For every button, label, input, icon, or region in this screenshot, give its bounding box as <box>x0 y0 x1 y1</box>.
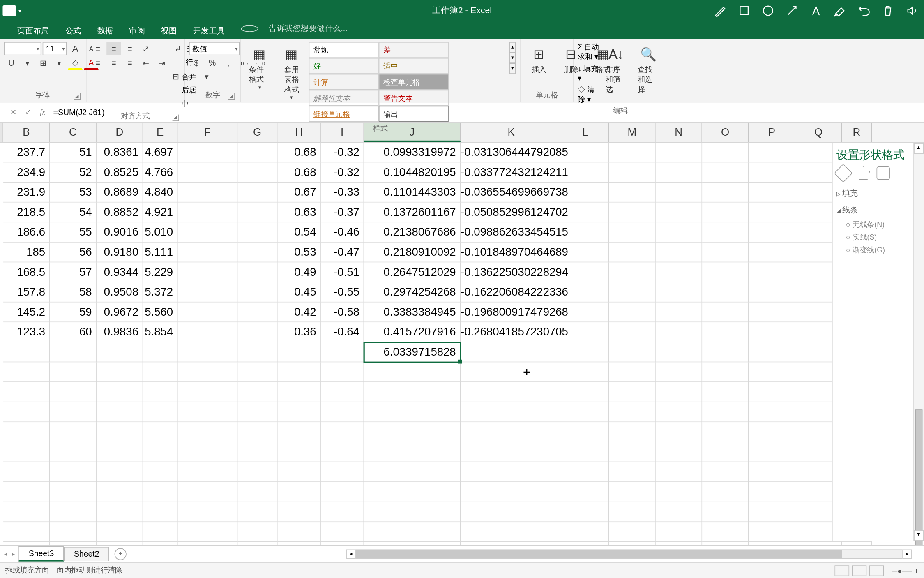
sheet-nav-last-icon[interactable]: ▸ <box>12 550 15 557</box>
cell[interactable] <box>237 442 277 462</box>
cell[interactable]: 5.111 <box>143 243 177 263</box>
cell[interactable] <box>562 382 609 402</box>
cell[interactable] <box>97 502 143 522</box>
border-dropdown-icon[interactable]: ▾ <box>52 57 67 70</box>
cell[interactable]: 54 <box>50 202 97 222</box>
cell[interactable] <box>321 522 364 542</box>
cell[interactable] <box>609 243 655 263</box>
zoom-slider[interactable]: ─●── + <box>892 566 919 574</box>
cell[interactable] <box>609 482 655 502</box>
cell[interactable]: -0.136225030228294 <box>461 262 562 282</box>
cell[interactable] <box>278 522 321 542</box>
effects-tab-icon[interactable] <box>857 166 870 180</box>
tell-me[interactable]: 告诉我您想要做什么... <box>233 17 364 39</box>
cell[interactable] <box>702 422 749 442</box>
number-format-combo[interactable]: 数值▾ <box>189 42 240 55</box>
cell[interactable]: 0.2647512029 <box>364 262 461 282</box>
sheet-tab[interactable]: Sheet3 <box>18 546 64 561</box>
cell[interactable] <box>656 262 702 282</box>
cell[interactable]: 0.68 <box>278 162 321 183</box>
cell[interactable] <box>321 382 364 402</box>
cell[interactable]: 57 <box>50 262 97 282</box>
delete-icon[interactable] <box>881 4 894 17</box>
cell[interactable] <box>562 402 609 422</box>
vertical-scrollbar[interactable]: ▴ ▾ <box>913 143 924 541</box>
cell[interactable]: -0.050852996124702 <box>461 202 562 222</box>
cell[interactable] <box>562 183 609 203</box>
cell[interactable] <box>50 442 97 462</box>
cancel-icon[interactable]: ✕ <box>8 108 18 116</box>
sort-filter-button[interactable]: A↓排序和筛选 <box>601 42 631 96</box>
cell[interactable] <box>178 522 238 542</box>
cell[interactable] <box>749 222 795 243</box>
cell[interactable] <box>178 202 238 222</box>
cell[interactable] <box>50 502 97 522</box>
cell[interactable] <box>321 442 364 462</box>
cell[interactable] <box>656 282 702 303</box>
cell[interactable] <box>237 422 277 442</box>
cell[interactable] <box>50 522 97 542</box>
merge-icon[interactable]: ⊟ <box>172 70 180 83</box>
cell[interactable]: 55 <box>50 222 97 243</box>
cell[interactable] <box>50 362 97 382</box>
cell[interactable]: 4.921 <box>143 202 177 222</box>
cell[interactable] <box>749 262 795 282</box>
cell[interactable] <box>321 462 364 482</box>
cell[interactable]: 186.6 <box>3 222 50 243</box>
cell[interactable]: 0.53 <box>278 243 321 263</box>
scroll-up-icon[interactable]: ▴ <box>914 143 924 154</box>
cell[interactable]: -0.51 <box>321 262 364 282</box>
cell[interactable] <box>143 462 177 482</box>
cell[interactable] <box>143 442 177 462</box>
cell[interactable]: -0.58 <box>321 302 364 322</box>
cell[interactable]: 0.67 <box>278 183 321 203</box>
cell[interactable] <box>3 522 50 542</box>
cell[interactable] <box>3 422 50 442</box>
cell[interactable]: 51 <box>50 143 97 163</box>
cell[interactable] <box>237 162 277 183</box>
cell[interactable]: 5.854 <box>143 322 177 342</box>
cell[interactable] <box>609 222 655 243</box>
cell[interactable]: 0.1101443303 <box>364 183 461 203</box>
cell[interactable]: -0.33 <box>321 183 364 203</box>
cell[interactable] <box>237 322 277 342</box>
cell[interactable]: 0.68 <box>278 143 321 163</box>
style-warn[interactable]: 警告文本 <box>379 90 449 106</box>
cell[interactable] <box>656 402 702 422</box>
cell[interactable] <box>97 342 143 363</box>
cell[interactable]: 0.9672 <box>97 302 143 322</box>
qat-dropdown-icon[interactable]: ▾ <box>18 8 21 14</box>
cell[interactable] <box>364 522 461 542</box>
font-dialog-launcher[interactable]: ◢ <box>74 93 81 100</box>
cell[interactable] <box>461 422 562 442</box>
cell[interactable] <box>562 302 609 322</box>
cell[interactable] <box>702 442 749 462</box>
cell[interactable] <box>749 322 795 342</box>
cell[interactable] <box>278 462 321 482</box>
cell[interactable] <box>461 362 562 382</box>
tab-review[interactable]: 审阅 <box>121 23 153 39</box>
cell[interactable]: 157.8 <box>3 282 50 303</box>
cell[interactable] <box>702 502 749 522</box>
cell[interactable]: 0.8852 <box>97 202 143 222</box>
cell[interactable] <box>143 522 177 542</box>
cell[interactable] <box>178 143 238 163</box>
pencil-icon[interactable] <box>714 4 727 17</box>
cell[interactable]: 168.5 <box>3 262 50 282</box>
cell[interactable]: 0.45 <box>278 282 321 303</box>
fill-button[interactable]: ↓ 填充 ▾ <box>578 64 599 83</box>
cell[interactable] <box>461 402 562 422</box>
add-sheet-button[interactable]: + <box>115 548 127 560</box>
cell[interactable]: -0.101848970464689 <box>461 243 562 263</box>
cell[interactable] <box>702 522 749 542</box>
view-page-layout-icon[interactable] <box>852 565 867 576</box>
cell[interactable] <box>749 422 795 442</box>
style-check[interactable]: 检查单元格 <box>379 74 449 90</box>
cell[interactable]: 0.2180910092 <box>364 243 461 263</box>
cell[interactable] <box>3 482 50 502</box>
grow-font-button[interactable]: A <box>68 42 83 55</box>
cell[interactable] <box>656 243 702 263</box>
cell[interactable] <box>97 422 143 442</box>
cell[interactable] <box>178 322 238 342</box>
style-link[interactable]: 链接单元格 <box>309 106 379 122</box>
